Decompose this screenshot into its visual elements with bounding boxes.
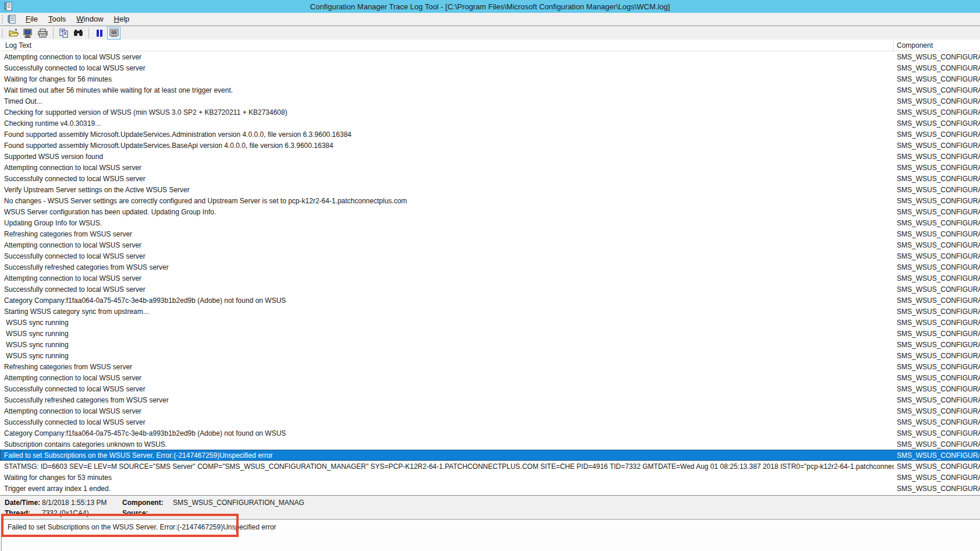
log-text-cell: Successfully connected to local WSUS ser… — [0, 418, 894, 426]
log-row[interactable]: Category Company:f1faa064-0a75-457c-3e4b… — [0, 428, 980, 439]
component-cell: SMS_WSUS_CONFIGURATION_MANAGER — [894, 474, 980, 482]
component-cell: SMS_WSUS_CONFIGURATION_MANAGER — [894, 341, 980, 349]
toolbar-separator — [53, 28, 54, 38]
log-row[interactable]: Attempting connection to local WSUS serv… — [0, 372, 980, 383]
component-cell: SMS_WSUS_CONFIGURATION_MANAGER — [894, 142, 980, 150]
log-text-cell: Successfully connected to local WSUS ser… — [0, 175, 894, 183]
log-text-cell: Checking for supported version of WSUS (… — [0, 108, 894, 116]
log-text-cell: Waiting for changes for 53 minutes — [0, 474, 894, 482]
component-cell: SMS_WSUS_CONFIGURATION_MANAGER — [894, 352, 980, 360]
log-row[interactable]: WSUS Server configuration has been updat… — [0, 206, 980, 217]
print-button[interactable] — [36, 27, 49, 40]
open-folder-icon — [9, 29, 19, 38]
log-row[interactable]: Successfully connected to local WSUS ser… — [0, 250, 980, 262]
component-cell: SMS_WSUS_CONFIGURATION_MANAGER — [894, 252, 980, 260]
copy-button[interactable] — [57, 27, 70, 40]
component-cell: SMS_WSUS_CONFIGURATION_MANAGER — [894, 274, 980, 282]
component-cell: SMS_WSUS_CONFIGURATION_MANAGER — [894, 396, 980, 404]
log-text-cell: Updating Group Info for WSUS. — [0, 219, 894, 227]
menubar-gripper[interactable] — [1, 15, 4, 24]
log-row[interactable]: Verify Upstream Server settings on the A… — [0, 184, 980, 195]
log-row[interactable]: Waiting for changes for 56 minutesSMS_WS… — [0, 73, 980, 84]
find-button[interactable] — [72, 27, 85, 40]
pause-button[interactable] — [93, 27, 106, 40]
log-row[interactable]: STATMSG: ID=6603 SEV=E LEV=M SOURCE="SMS… — [0, 461, 980, 472]
log-row[interactable]: Updating Group Info for WSUS.SMS_WSUS_CO… — [0, 217, 980, 228]
log-text-cell: WSUS Server configuration has been updat… — [0, 208, 894, 216]
copy-icon — [59, 29, 69, 38]
log-row[interactable]: Waiting for changes for 53 minutesSMS_WS… — [0, 472, 980, 483]
log-row[interactable]: Failed to set Subscriptions on the WSUS … — [0, 450, 980, 461]
log-text-cell: Supported WSUS version found — [0, 153, 894, 161]
log-row[interactable]: Wait timed out after 56 minutes while wa… — [0, 84, 980, 96]
log-rows: Attempting connection to local WSUS serv… — [0, 51, 980, 495]
component-cell: SMS_WSUS_CONFIGURATION_MANAGER — [894, 440, 980, 448]
document-icon[interactable] — [8, 15, 17, 24]
menu-file[interactable]: File — [20, 13, 43, 25]
log-row[interactable]: No changes - WSUS Server settings are co… — [0, 195, 980, 206]
log-row[interactable]: Successfully connected to local WSUS ser… — [0, 383, 980, 394]
log-row[interactable]: Successfully connected to local WSUS ser… — [0, 284, 980, 295]
log-row[interactable]: Successfully connected to local WSUS ser… — [0, 416, 980, 428]
log-row[interactable]: Refreshing categories from WSUS serverSM… — [0, 228, 980, 239]
log-row[interactable]: Successfully refreshed categories from W… — [0, 262, 980, 273]
menu-bar: File Tools Window Help — [0, 13, 980, 26]
menu-help[interactable]: Help — [109, 13, 135, 25]
log-list: Log Text Component Attempting connection… — [0, 40, 980, 495]
log-text-cell: Checking runtime v4.0.30319... — [0, 119, 894, 128]
log-text-cell: Subscription contains categories unknown… — [0, 440, 894, 448]
log-row[interactable]: Subscription contains categories unknown… — [0, 439, 980, 450]
log-row[interactable]: Starting WSUS category sync from upstrea… — [0, 306, 980, 317]
log-row[interactable]: Refreshing categories from WSUS serverSM… — [0, 361, 980, 372]
log-row[interactable]: Found supported assembly Microsoft.Updat… — [0, 129, 980, 140]
log-row[interactable]: Supported WSUS version foundSMS_WSUS_CON… — [0, 151, 980, 162]
pause-icon — [95, 29, 104, 37]
column-header-log-text[interactable]: Log Text — [0, 40, 894, 51]
log-row[interactable]: WSUS sync runningSMS_WSUS_CONFIGURATION_… — [0, 339, 980, 350]
log-row[interactable]: Category Company:f1faa064-0a75-457c-3e4b… — [0, 295, 980, 306]
log-row[interactable]: Timed Out...SMS_WSUS_CONFIGURATION_MANAG… — [0, 96, 980, 107]
log-row[interactable]: Checking for supported version of WSUS (… — [0, 107, 980, 118]
log-text-cell: Found supported assembly Microsoft.Updat… — [0, 130, 894, 139]
log-row[interactable]: Trigger event array index 1 ended.SMS_WS… — [0, 483, 980, 494]
log-row[interactable]: Attempting connection to local WSUS serv… — [0, 162, 980, 173]
log-row[interactable]: Successfully connected to local WSUS ser… — [0, 173, 980, 184]
log-row[interactable]: Successfully connected to local WSUS ser… — [0, 62, 980, 73]
log-row[interactable]: Attempting connection to local WSUS serv… — [0, 405, 980, 416]
log-text-cell: Timed Out... — [0, 97, 894, 105]
component-cell: SMS_WSUS_CONFIGURATION_MANAGER — [894, 108, 980, 116]
menu-window[interactable]: Window — [71, 13, 108, 25]
open-log-button[interactable] — [7, 27, 20, 40]
toolbar-separator — [88, 28, 89, 38]
component-cell: SMS_WSUS_CONFIGURATION_MANAGER — [894, 64, 980, 72]
log-row[interactable]: Attempting connection to local WSUS serv… — [0, 239, 980, 250]
log-row[interactable]: Found supported assembly Microsoft.Updat… — [0, 140, 980, 151]
toolbar-gripper[interactable] — [1, 29, 4, 38]
log-row[interactable]: Checking runtime v4.0.30319...SMS_WSUS_C… — [0, 118, 980, 129]
log-row[interactable]: Attempting connection to local WSUS serv… — [0, 273, 980, 284]
component-cell: SMS_WSUS_CONFIGURATION_MANAGER — [894, 197, 980, 205]
log-row[interactable]: WSUS sync runningSMS_WSUS_CONFIGURATION_… — [0, 317, 980, 328]
log-row[interactable]: WSUS sync runningSMS_WSUS_CONFIGURATION_… — [0, 328, 980, 339]
detail-fields: Date/Time: 8/1/2018 1:55:13 PM Component… — [0, 496, 980, 518]
log-row[interactable]: WSUS sync runningSMS_WSUS_CONFIGURATION_… — [0, 350, 980, 361]
menu-tools[interactable]: Tools — [43, 13, 71, 25]
log-row[interactable]: Successfully refreshed categories from W… — [0, 394, 980, 405]
open-remote-button[interactable] — [22, 27, 35, 40]
log-text-cell: Attempting connection to local WSUS serv… — [0, 274, 894, 282]
log-text-cell: Found supported assembly Microsoft.Updat… — [0, 142, 894, 150]
component-cell: SMS_WSUS_CONFIGURATION_MANAGER — [894, 296, 980, 305]
selected-log-message: Failed to set Subscriptions on the WSUS … — [8, 523, 276, 531]
log-text-cell: Successfully connected to local WSUS ser… — [0, 285, 894, 294]
error-lookup-toggle-button[interactable] — [107, 27, 120, 40]
component-cell: SMS_WSUS_CONFIGURATION_MANAGER — [894, 363, 980, 371]
message-box[interactable]: Failed to set Subscriptions on the WSUS … — [1, 519, 980, 551]
component-cell: SMS_WSUS_CONFIGURATION_MANAGER — [894, 175, 980, 183]
list-header: Log Text Component — [0, 40, 980, 51]
component-cell: SMS_WSUS_CONFIGURATION_MANAGER — [894, 97, 980, 105]
log-text-cell: Successfully connected to local WSUS ser… — [0, 64, 894, 72]
column-header-component[interactable]: Component — [894, 40, 980, 51]
log-text-cell: Refreshing categories from WSUS server — [0, 363, 894, 371]
log-text-cell: Category Company:f1faa064-0a75-457c-3e4b… — [0, 429, 894, 437]
log-row[interactable]: Attempting connection to local WSUS serv… — [0, 51, 980, 62]
